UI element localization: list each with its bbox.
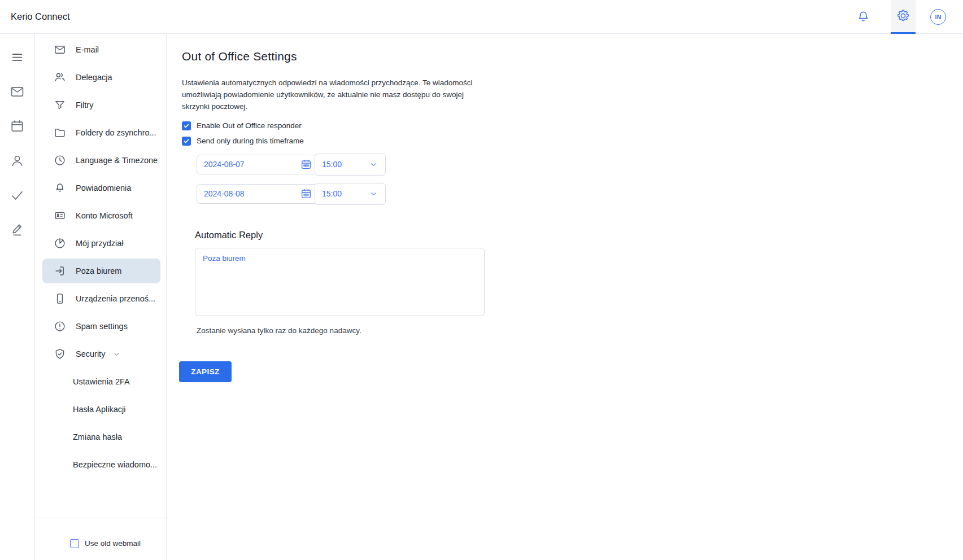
sidebar-item-m-j-przydzia[interactable]: Mój przydział bbox=[35, 231, 166, 256]
sidebar-item-label: Filtry bbox=[76, 100, 93, 110]
sidebar-item-ustawienia-2fa[interactable]: Ustawienia 2FA bbox=[35, 369, 166, 394]
sidebar-item-filtry[interactable]: Filtry bbox=[35, 93, 166, 117]
sidebar-item-label: Zmiana hasła bbox=[73, 432, 122, 441]
option-row-enable-out-of-office-responder: Enable Out of Office responder bbox=[182, 121, 963, 130]
menu-icon[interactable] bbox=[10, 50, 25, 65]
sidebar-item-label: Urządzenia przenoś... bbox=[76, 294, 155, 303]
app-rail bbox=[0, 34, 35, 559]
enable-out-of-office-responder-checkbox[interactable] bbox=[182, 121, 191, 130]
timeframe-end-row: 2024-08-0815:00 bbox=[197, 183, 963, 205]
settings-nav-list: E-mailDelegacjaFiltryFoldery do zsynchro… bbox=[35, 37, 166, 477]
sidebar-item-zmiana-has-a[interactable]: Zmiana hasła bbox=[35, 425, 166, 449]
main-content: Out of Office Settings Ustawienia automa… bbox=[167, 34, 963, 559]
send-only-during-this-timeframe-checkbox[interactable] bbox=[182, 137, 191, 146]
filter-icon bbox=[54, 99, 66, 111]
notifications-bell-icon[interactable] bbox=[856, 10, 870, 24]
sidebar-item-bezpieczne-wiadomo[interactable]: Bezpieczne wiadomo... bbox=[35, 452, 166, 477]
notes-pencil-icon[interactable] bbox=[10, 222, 25, 237]
app-title: Kerio Connect bbox=[0, 11, 70, 22]
start-date-input[interactable]: 2024-08-07 bbox=[197, 155, 317, 174]
gear-icon bbox=[896, 8, 910, 23]
alert-icon bbox=[54, 320, 66, 333]
save-button[interactable]: ZAPISZ bbox=[179, 361, 232, 382]
automatic-reply-textarea[interactable]: Poza biurem bbox=[195, 248, 485, 316]
use-old-webmail-label: Use old webmail bbox=[85, 539, 141, 548]
mail-icon[interactable] bbox=[10, 84, 25, 99]
bell-icon bbox=[54, 182, 66, 194]
sidebar-item-spam-settings[interactable]: Spam settings bbox=[35, 314, 166, 339]
sidebar-item-label: Mój przydział bbox=[76, 239, 124, 248]
sidebar-item-label: Delegacja bbox=[76, 73, 112, 82]
calendar-picker-icon[interactable] bbox=[300, 188, 312, 199]
sidebar-item-foldery-do-zsynchro[interactable]: Foldery do zsynchro... bbox=[35, 120, 166, 145]
sidebar-item-konto-microsoft[interactable]: Konto Microsoft bbox=[35, 203, 166, 228]
id-card-icon bbox=[54, 209, 66, 222]
sidebar-item-label: Foldery do zsynchro... bbox=[76, 128, 156, 137]
end-date-input[interactable]: 2024-08-08 bbox=[197, 184, 317, 204]
end-time-select[interactable]: 15:00 bbox=[315, 183, 386, 205]
sidebar-item-label: Konto Microsoft bbox=[76, 211, 133, 220]
settings-sidebar: E-mailDelegacjaFiltryFoldery do zsynchro… bbox=[35, 34, 167, 559]
app-header: Kerio Connect IN bbox=[0, 0, 963, 34]
exit-icon bbox=[54, 265, 66, 277]
shield-icon bbox=[54, 348, 66, 360]
use-old-webmail-checkbox[interactable] bbox=[70, 539, 79, 548]
reply-note: Zostanie wysłana tylko raz do każdego na… bbox=[197, 326, 963, 335]
header-actions: IN bbox=[856, 0, 963, 34]
settings-tab[interactable] bbox=[891, 0, 916, 34]
timeframe-fields: 2024-08-0715:002024-08-0815:00 bbox=[197, 154, 963, 205]
chevron-down-icon bbox=[369, 160, 378, 169]
option-label: Enable Out of Office responder bbox=[197, 121, 302, 130]
sidebar-item-label: Bezpieczne wiadomo... bbox=[73, 460, 157, 469]
app-shell: E-mailDelegacjaFiltryFoldery do zsynchro… bbox=[0, 34, 963, 559]
sidebar-item-has-a-aplikacji[interactable]: Hasła Aplikacji bbox=[35, 397, 166, 422]
tasks-check-icon[interactable] bbox=[10, 187, 25, 203]
sidebar-item-delegacja[interactable]: Delegacja bbox=[35, 65, 166, 90]
sidebar-item-label: Ustawienia 2FA bbox=[73, 377, 130, 386]
avatar[interactable]: IN bbox=[930, 9, 946, 25]
phone-icon bbox=[54, 292, 66, 305]
clock-icon bbox=[54, 154, 66, 167]
date-value: 2024-08-07 bbox=[204, 160, 245, 169]
sidebar-item-label: Language & Timezone bbox=[76, 156, 158, 165]
contacts-person-icon[interactable] bbox=[10, 153, 25, 168]
chevron-down-icon bbox=[112, 350, 121, 358]
sidebar-item-label: Hasła Aplikacji bbox=[73, 405, 126, 414]
page-description: Ustawienia automatycznych odpowiedzi na … bbox=[182, 77, 484, 113]
people-icon bbox=[54, 71, 66, 84]
calendar-icon[interactable] bbox=[10, 119, 25, 134]
sidebar-item-label: Security bbox=[76, 349, 105, 358]
calendar-picker-icon[interactable] bbox=[300, 159, 312, 170]
sidebar-item-urz-dzenia-przeno[interactable]: Urządzenia przenoś... bbox=[35, 286, 166, 311]
sidebar-item-e-mail[interactable]: E-mail bbox=[35, 37, 166, 62]
start-time-select[interactable]: 15:00 bbox=[315, 154, 386, 176]
option-row-send-only-during-this-timeframe: Send only during this timeframe bbox=[182, 137, 963, 146]
sidebar-footer: Use old webmail bbox=[35, 518, 166, 559]
sidebar-item-powiadomienia[interactable]: Powiadomienia bbox=[35, 176, 166, 200]
avatar-initials: IN bbox=[935, 14, 941, 20]
sidebar-item-security[interactable]: Security bbox=[35, 342, 166, 366]
automatic-reply-title: Automatic Reply bbox=[195, 230, 963, 240]
sidebar-item-label: Powiadomienia bbox=[76, 183, 131, 193]
sidebar-item-label: Spam settings bbox=[76, 322, 128, 331]
sidebar-item-label: Poza biurem bbox=[76, 266, 121, 275]
page-title: Out of Office Settings bbox=[182, 50, 963, 63]
timeframe-start-row: 2024-08-0715:00 bbox=[197, 154, 963, 176]
sidebar-item-language-timezone[interactable]: Language & Timezone bbox=[35, 148, 166, 173]
option-label: Send only during this timeframe bbox=[197, 137, 304, 145]
time-value: 15:00 bbox=[322, 160, 342, 169]
sidebar-item-label: E-mail bbox=[76, 45, 99, 54]
chevron-down-icon bbox=[369, 189, 378, 199]
automatic-reply-section: Automatic Reply Poza biurem Zostanie wys… bbox=[195, 230, 963, 335]
responder-options: Enable Out of Office responderSend only … bbox=[182, 121, 963, 146]
date-value: 2024-08-08 bbox=[204, 189, 245, 198]
sidebar-item-poza-biurem[interactable]: Poza biurem bbox=[42, 259, 160, 283]
time-value: 15:00 bbox=[322, 189, 342, 198]
folder-icon bbox=[54, 126, 66, 139]
mail-icon bbox=[54, 43, 66, 56]
pie-icon bbox=[54, 237, 66, 250]
